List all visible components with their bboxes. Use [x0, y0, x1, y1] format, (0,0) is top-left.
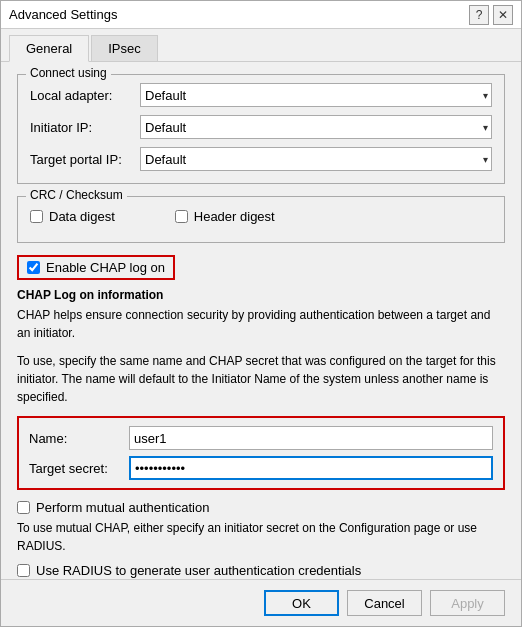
- connect-using-group: Connect using Local adapter: Default ▾ I…: [17, 74, 505, 184]
- enable-chap-label[interactable]: Enable CHAP log on: [46, 260, 165, 275]
- chap-secret-label: Target secret:: [29, 461, 129, 476]
- data-digest-checkbox[interactable]: [30, 210, 43, 223]
- chap-secret-input[interactable]: [129, 456, 493, 480]
- title-bar: Advanced Settings ? ✕: [1, 1, 521, 29]
- chap-info-text: CHAP helps ensure connection security by…: [17, 306, 505, 342]
- header-digest-label[interactable]: Header digest: [194, 209, 275, 224]
- chap-info-text2: To use, specify the same name and CHAP s…: [17, 352, 505, 406]
- mutual-auth-label[interactable]: Perform mutual authentication: [36, 500, 209, 515]
- target-portal-label: Target portal IP:: [30, 152, 140, 167]
- connect-using-label: Connect using: [26, 66, 111, 80]
- initiator-ip-row: Initiator IP: Default ▾: [30, 115, 492, 139]
- chap-section: Enable CHAP log on CHAP Log on informati…: [17, 255, 505, 579]
- initiator-ip-label: Initiator IP:: [30, 120, 140, 135]
- chap-name-label: Name:: [29, 431, 129, 446]
- header-digest-row: Header digest: [175, 209, 275, 224]
- chap-info-title: CHAP Log on information: [17, 288, 505, 302]
- tabs-bar: General IPsec: [1, 29, 521, 62]
- target-portal-select-wrapper: Default ▾: [140, 147, 492, 171]
- radius1-checkbox[interactable]: [17, 564, 30, 577]
- close-button[interactable]: ✕: [493, 5, 513, 25]
- data-digest-label[interactable]: Data digest: [49, 209, 115, 224]
- local-adapter-label: Local adapter:: [30, 88, 140, 103]
- mutual-auth-row: Perform mutual authentication: [17, 500, 505, 515]
- enable-chap-checkbox[interactable]: [27, 261, 40, 274]
- radius1-label[interactable]: Use RADIUS to generate user authenticati…: [36, 563, 361, 578]
- apply-button[interactable]: Apply: [430, 590, 505, 616]
- crc-checksum-label: CRC / Checksum: [26, 188, 127, 202]
- radius1-row: Use RADIUS to generate user authenticati…: [17, 563, 505, 578]
- local-adapter-select-wrapper: Default ▾: [140, 83, 492, 107]
- ok-button[interactable]: OK: [264, 590, 339, 616]
- tab-general[interactable]: General: [9, 35, 89, 62]
- chap-secret-row: Target secret:: [29, 456, 493, 480]
- local-adapter-select[interactable]: Default: [140, 83, 492, 107]
- title-controls: ? ✕: [469, 5, 513, 25]
- button-bar: OK Cancel Apply: [1, 579, 521, 626]
- chap-name-input[interactable]: [129, 426, 493, 450]
- mutual-auth-info: To use mutual CHAP, either specify an in…: [17, 519, 505, 555]
- tab-ipsec[interactable]: IPsec: [91, 35, 158, 61]
- target-portal-select[interactable]: Default: [140, 147, 492, 171]
- window-title: Advanced Settings: [9, 7, 117, 22]
- chap-fields-box: Name: Target secret:: [17, 416, 505, 490]
- initiator-ip-select[interactable]: Default: [140, 115, 492, 139]
- cancel-button[interactable]: Cancel: [347, 590, 422, 616]
- help-button[interactable]: ?: [469, 5, 489, 25]
- crc-checksum-group: CRC / Checksum Data digest Header digest: [17, 196, 505, 243]
- header-digest-checkbox[interactable]: [175, 210, 188, 223]
- main-window: Advanced Settings ? ✕ General IPsec Conn…: [0, 0, 522, 627]
- mutual-auth-checkbox[interactable]: [17, 501, 30, 514]
- initiator-ip-select-wrapper: Default ▾: [140, 115, 492, 139]
- target-portal-row: Target portal IP: Default ▾: [30, 147, 492, 171]
- data-digest-row: Data digest: [30, 209, 115, 224]
- tab-content: Connect using Local adapter: Default ▾ I…: [1, 62, 521, 579]
- local-adapter-row: Local adapter: Default ▾: [30, 83, 492, 107]
- chap-name-row: Name:: [29, 426, 493, 450]
